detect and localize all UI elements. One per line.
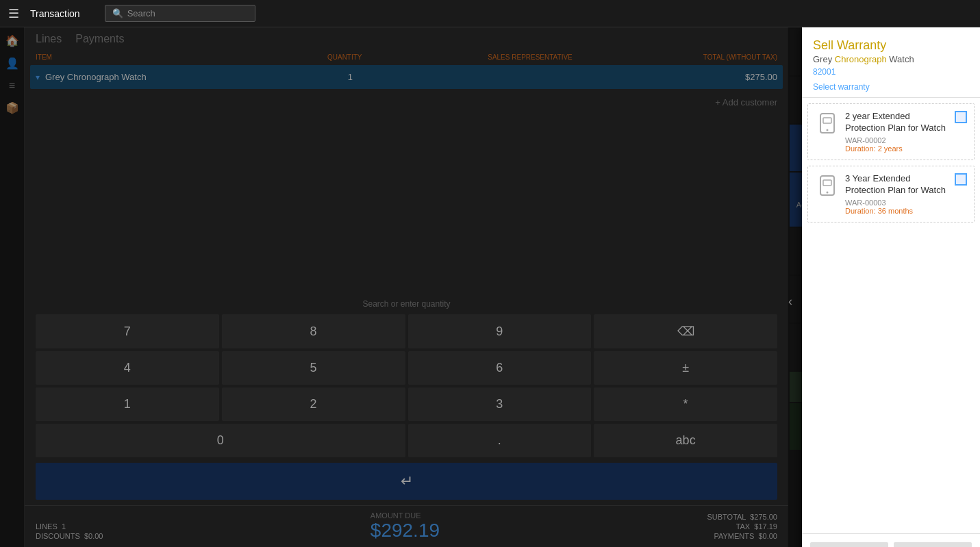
svg-rect-2 xyxy=(823,118,831,123)
panel-id: 82001 xyxy=(813,67,969,77)
warranty-icon-2 xyxy=(815,173,840,198)
app-title: Transaction xyxy=(30,8,80,19)
panel-subtitle: Grey Chronograph Watch xyxy=(813,54,969,64)
panel-title: Sell Warranty xyxy=(813,38,969,53)
panel-add-button[interactable]: Add xyxy=(810,542,888,547)
warranty-info-2: 3 Year Extended Protection Plan for Watc… xyxy=(845,173,949,215)
top-bar: ☰ Transaction 🔍 Search xyxy=(0,0,980,27)
warranty-checkbox-2[interactable] xyxy=(955,173,967,186)
warranty-info-1: 2 year Extended Protection Plan for Watc… xyxy=(845,111,949,153)
search-bar[interactable]: 🔍 Search xyxy=(105,5,255,22)
warranty-name-1: 2 year Extended Protection Plan for Watc… xyxy=(845,111,949,134)
menu-icon[interactable]: ☰ xyxy=(8,6,19,21)
warranty-icon-1 xyxy=(815,111,840,136)
select-warranty-label: Select warranty xyxy=(813,82,969,92)
warranty-code-2: WAR-00003 xyxy=(845,199,949,207)
search-icon: 🔍 xyxy=(112,8,123,18)
search-placeholder: Search xyxy=(127,8,155,18)
panel-close-arrow[interactable]: ‹ xyxy=(788,294,792,308)
warranty-duration-1: Duration: 2 years xyxy=(845,144,949,153)
svg-point-1 xyxy=(827,129,829,131)
warranty-code-1: WAR-00002 xyxy=(845,136,949,144)
svg-point-4 xyxy=(827,191,829,193)
svg-rect-5 xyxy=(823,180,831,186)
sell-warranty-panel: ‹ Sell Warranty Grey Chronograph Watch 8… xyxy=(802,27,980,547)
panel-body: 2 year Extended Protection Plan for Watc… xyxy=(802,98,980,533)
warranty-item-2[interactable]: 3 Year Extended Protection Plan for Watc… xyxy=(807,166,975,222)
panel-header: Sell Warranty Grey Chronograph Watch 820… xyxy=(802,27,980,98)
panel-footer: Add Cancel xyxy=(802,533,980,547)
warranty-duration-2: Duration: 36 months xyxy=(845,207,949,215)
panel-cancel-button[interactable]: Cancel xyxy=(894,542,972,547)
warranty-item-1[interactable]: 2 year Extended Protection Plan for Watc… xyxy=(807,103,975,160)
warranty-checkbox-1[interactable] xyxy=(955,111,967,123)
warranty-name-2: 3 Year Extended Protection Plan for Watc… xyxy=(845,173,949,196)
dim-overlay xyxy=(0,27,802,547)
